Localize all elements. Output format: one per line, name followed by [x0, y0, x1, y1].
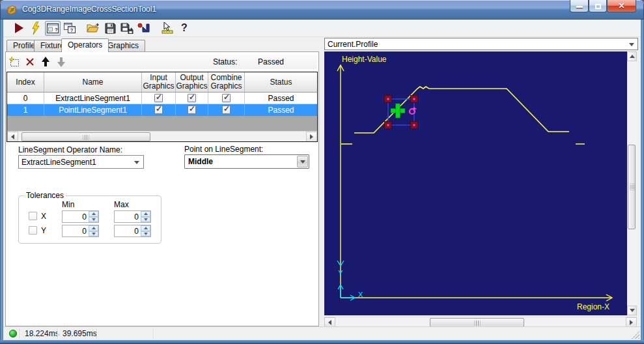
svg-text:?: ? [55, 27, 58, 33]
tool-window-copy-icon: ? [64, 23, 76, 33]
move-down-button[interactable] [53, 55, 69, 68]
window-title: Cog3DRangeImageCrossSectionTool1 [22, 0, 156, 19]
plot-axes [337, 65, 612, 301]
table-empty-area [7, 116, 317, 131]
resize-grip[interactable] [632, 331, 639, 339]
combine-graphics-checkbox[interactable]: ✓ [222, 106, 231, 114]
folder-open-icon [87, 23, 100, 33]
linesegment-selection-overlay[interactable] [385, 96, 418, 129]
x-tolerance-checkbox[interactable] [29, 212, 37, 220]
combine-graphics-checkbox[interactable]: ✓ [222, 94, 231, 102]
scroll-up-icon [630, 55, 635, 58]
x-min-spinner[interactable]: 0 [62, 210, 99, 223]
spin-up-button[interactable] [141, 211, 150, 217]
x-max-spinner[interactable]: 0 [114, 210, 151, 223]
save-file-button[interactable] [102, 21, 118, 36]
floppy-icon [105, 23, 116, 34]
x-tolerance-label: X [41, 212, 46, 221]
record-selector-combobox[interactable]: Current.Profile [324, 38, 638, 50]
column-header-status[interactable]: Status [245, 72, 317, 92]
electric-run-button[interactable] [28, 21, 44, 36]
svg-text:?: ? [70, 28, 73, 33]
scroll-right-icon [630, 320, 633, 325]
y-axis-title: Height-Value [342, 55, 387, 64]
column-header-output-graphics[interactable]: OutputGraphics [176, 72, 208, 92]
table-row-selected[interactable]: 1 PointLineSegment1 ✓ ✓ ✓ Passed [7, 104, 317, 116]
spin-up-button[interactable] [89, 225, 98, 231]
minimize-icon [576, 6, 583, 8]
title-bar[interactable]: Cog3DRangeImageCrossSectionTool1 ✕ [0, 0, 644, 20]
open-file-button[interactable] [85, 21, 101, 36]
point-on-linesegment-label: Point on LineSegment: [184, 145, 263, 154]
input-graphics-checkbox[interactable]: ✓ [154, 106, 163, 114]
y-tolerance-checkbox[interactable] [29, 226, 37, 235]
scroll-down-icon [630, 309, 635, 312]
scroll-left-button[interactable] [7, 132, 18, 142]
output-graphics-checkbox[interactable]: ✓ [188, 94, 196, 102]
beta-features-button[interactable] [160, 21, 175, 36]
total-time: 39.695ms [63, 329, 97, 338]
floppy-arrow-icon [120, 23, 133, 34]
tab-operators[interactable]: Operators [61, 38, 109, 52]
new-item-icon [9, 57, 20, 67]
column-header-index[interactable]: Index [7, 72, 44, 92]
table-header-row: Index Name InputGraphics OutputGraphics … [7, 72, 317, 93]
spin-down-button[interactable] [141, 217, 150, 223]
spin-up-button[interactable] [141, 225, 150, 231]
help-button[interactable]: ? [176, 21, 192, 36]
tool-window-icon: ? [47, 23, 59, 33]
point-on-linesegment-combobox[interactable]: Middle [184, 154, 309, 169]
operator-name-combobox[interactable]: ExtractLineSegment1 [18, 155, 144, 169]
scrollbar-thumb[interactable] [628, 145, 636, 229]
save-as-button[interactable] [119, 21, 135, 36]
delete-operator-button[interactable] [22, 55, 38, 68]
maximize-button[interactable] [589, 0, 607, 12]
close-button[interactable]: ✕ [607, 0, 636, 12]
profile-display[interactable]: Height-Value Region-X Y X [324, 51, 627, 315]
reset-tool-button[interactable] [136, 21, 152, 36]
add-operator-button[interactable] [7, 55, 22, 68]
display-vertical-scrollbar[interactable] [627, 51, 637, 315]
column-header-combine-graphics[interactable]: CombineGraphics [208, 72, 245, 92]
y-tolerance-label: Y [41, 226, 46, 235]
close-icon: ✕ [608, 0, 636, 12]
maximize-icon [595, 4, 601, 9]
y-min-spinner[interactable]: 0 [62, 225, 99, 237]
y-max-spinner[interactable]: 0 [114, 225, 151, 237]
max-column-label: Max [114, 200, 129, 209]
region-axes-marker [337, 261, 355, 300]
spin-up-button[interactable] [89, 211, 98, 217]
column-header-name[interactable]: Name [44, 72, 142, 92]
scroll-up-button[interactable] [627, 51, 637, 61]
spin-down-button[interactable] [89, 231, 98, 237]
input-graphics-checkbox[interactable]: ✓ [154, 94, 163, 102]
scroll-right-button[interactable] [306, 132, 317, 142]
status-value: Passed [258, 57, 284, 66]
scrollbar-thumb[interactable] [21, 132, 150, 141]
output-graphics-checkbox[interactable]: ✓ [188, 106, 196, 114]
tolerances-group: Tolerances Min Max X 0 0 Y 0 0 [18, 195, 161, 244]
center-cross-marker[interactable] [391, 104, 405, 118]
status-label: Status: [213, 57, 237, 66]
arrow-down-icon [57, 57, 66, 67]
delete-x-icon [26, 58, 34, 66]
rotate-handle[interactable] [410, 107, 417, 114]
minimize-button[interactable] [570, 0, 589, 12]
chevron-down-icon [629, 43, 634, 46]
window-frame-bottom [0, 340, 644, 344]
table-row[interactable]: 0 ExtractLineSegment1 ✓ ✓ ✓ Passed [7, 93, 317, 104]
tool-display-docked-button[interactable]: ? [45, 21, 61, 36]
run-tool-button[interactable] [11, 21, 27, 36]
column-header-input-graphics[interactable]: InputGraphics [142, 72, 176, 92]
scroll-down-button[interactable] [627, 306, 637, 315]
tool-window: Cog3DRangeImageCrossSectionTool1 ✕ ? [0, 0, 644, 344]
combo-dropdown-button[interactable] [297, 156, 308, 167]
scrollbar-thumb[interactable] [430, 318, 524, 327]
x-axis-title: Region-X [577, 302, 609, 311]
table-horizontal-scrollbar[interactable] [7, 131, 317, 142]
spin-down-button[interactable] [89, 217, 98, 223]
spin-down-button[interactable] [141, 231, 150, 237]
tool-display-float-button[interactable]: ? [62, 21, 77, 36]
move-up-button[interactable] [38, 55, 53, 68]
main-toolbar: ? ? [3, 20, 641, 37]
